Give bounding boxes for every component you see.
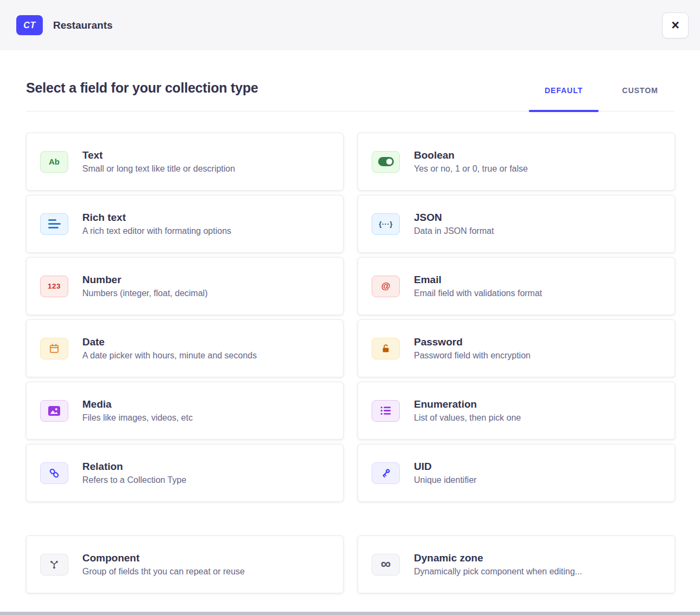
tab-default[interactable]: DEFAULT — [529, 86, 599, 96]
field-card-uid[interactable]: UIDUnique identifier — [358, 444, 675, 502]
field-description: Numbers (integer, float, decimal) — [82, 288, 208, 298]
rich-text-icon-box — [40, 213, 68, 235]
picture-icon — [48, 406, 60, 416]
field-description: Data in JSON format — [414, 226, 494, 236]
field-description: Refers to a Collection Type — [82, 475, 186, 485]
field-title: Relation — [82, 461, 186, 472]
field-card-text: EnumerationList of values, then pick one — [414, 399, 521, 423]
rich-text-lines-icon — [48, 219, 61, 228]
field-card-number[interactable]: 123NumberNumbers (integer, float, decima… — [26, 257, 343, 315]
close-button[interactable]: × — [662, 12, 689, 38]
bullet-list-icon — [380, 406, 391, 415]
field-card-component[interactable]: ComponentGroup of fields tht you can rep… — [26, 535, 343, 593]
field-card-date[interactable]: DateA date picker with hours, minute and… — [26, 319, 343, 377]
field-card-rich-text[interactable]: Rich textA rich text editor with formati… — [26, 195, 343, 253]
uid-icon-box — [372, 462, 400, 484]
field-description: Yes or no, 1 or 0, true or false — [414, 163, 528, 174]
infinity-icon: ∞ — [381, 558, 391, 571]
dynamic-zone-icon-box: ∞ — [372, 554, 400, 575]
close-icon: × — [671, 18, 679, 32]
boolean-icon-box — [372, 151, 400, 173]
field-card-relation[interactable]: RelationRefers to a Collection Type — [26, 444, 343, 502]
media-icon-box — [40, 400, 68, 422]
field-description: Unique identifier — [414, 475, 477, 485]
field-title: JSON — [414, 212, 494, 223]
ab-text-icon: Ab — [49, 158, 60, 166]
relation-icon-box — [40, 462, 68, 484]
date-icon-box — [40, 338, 68, 359]
field-title: Text — [82, 150, 235, 161]
field-card-text: MediaFiles like images, videos, etc — [82, 399, 193, 423]
lock-icon — [380, 343, 391, 354]
field-description: Password field with encryption — [414, 350, 530, 361]
json-icon-box: {···} — [372, 213, 400, 235]
field-card-text: Rich textA rich text editor with formati… — [82, 212, 231, 236]
default-fields-grid: AbTextSmall or long text like title or d… — [26, 133, 675, 502]
field-title: UID — [414, 461, 477, 472]
collection-title: Restaurants — [53, 19, 113, 31]
field-card-text: TextSmall or long text like title or des… — [82, 150, 235, 174]
collection-type-badge: CT — [16, 15, 43, 35]
enumeration-icon-box — [372, 400, 400, 422]
field-description: Dynamically pick component when editing.… — [414, 566, 582, 577]
toggle-on-icon — [378, 157, 394, 166]
field-card-password[interactable]: PasswordPassword field with encryption — [358, 319, 675, 377]
json-braces-icon: {···} — [379, 220, 393, 227]
field-description: List of values, then pick one — [414, 413, 521, 423]
field-card-text: JSONData in JSON format — [414, 212, 494, 236]
key-icon — [380, 467, 392, 479]
tab-custom[interactable]: CUSTOM — [605, 86, 675, 96]
field-title: Date — [82, 337, 257, 348]
field-card-text: ComponentGroup of fields tht you can rep… — [82, 553, 245, 577]
field-description: A rich text editor with formating option… — [82, 226, 231, 236]
field-title: Media — [82, 399, 193, 410]
field-card-boolean[interactable]: BooleanYes or no, 1 or 0, true or false — [358, 133, 675, 191]
field-card-text: UIDUnique identifier — [414, 461, 477, 485]
modal-body: Select a field for your collection type … — [0, 50, 700, 593]
field-card-text[interactable]: AbTextSmall or long text like title or d… — [26, 133, 343, 191]
field-card-dynamic-zone[interactable]: ∞Dynamic zoneDynamically pick component … — [358, 535, 675, 593]
tabs: DEFAULTCUSTOM — [529, 86, 675, 96]
horizontal-scrollbar[interactable] — [0, 612, 700, 615]
title-row: Select a field for your collection type … — [26, 50, 675, 96]
field-card-enumeration[interactable]: EnumerationList of values, then pick one — [358, 382, 675, 440]
email-at-icon: @ — [381, 282, 391, 291]
field-card-email[interactable]: @EmailEmail field with validations forma… — [358, 257, 675, 315]
field-description: A date picker with hours, minute and sec… — [82, 350, 257, 361]
component-icon-box — [40, 554, 68, 575]
collection-type-badge-label: CT — [23, 21, 35, 30]
chain-link-icon — [48, 467, 61, 480]
field-title: Rich text — [82, 212, 231, 223]
field-title: Enumeration — [414, 399, 521, 410]
component-nodes-icon — [49, 559, 60, 570]
field-title: Email — [414, 274, 542, 285]
number-123-icon: 123 — [48, 283, 61, 290]
field-card-json[interactable]: {···}JSONData in JSON format — [358, 195, 675, 253]
field-title: Dynamic zone — [414, 553, 582, 564]
field-card-text: PasswordPassword field with encryption — [414, 337, 530, 361]
field-title: Boolean — [414, 150, 528, 161]
field-card-text: DateA date picker with hours, minute and… — [82, 337, 257, 361]
field-card-text: EmailEmail field with validations format — [414, 274, 542, 298]
calendar-icon — [49, 343, 60, 354]
page-title: Select a field for your collection type — [26, 80, 258, 96]
field-description: Files like images, videos, etc — [82, 413, 193, 423]
email-icon-box: @ — [372, 276, 400, 297]
field-title: Component — [82, 553, 245, 564]
field-card-text: RelationRefers to a Collection Type — [82, 461, 186, 485]
field-description: Group of fields tht you can repeat or re… — [82, 566, 245, 577]
field-description: Small or long text like title or descrip… — [82, 163, 235, 174]
modal-header: CT Restaurants × — [0, 0, 700, 50]
field-card-text: Dynamic zoneDynamically pick component w… — [414, 553, 582, 577]
number-icon-box: 123 — [40, 276, 68, 297]
password-icon-box — [372, 338, 400, 359]
text-icon-box: Ab — [40, 151, 68, 173]
field-card-text: BooleanYes or no, 1 or 0, true or false — [414, 150, 528, 174]
field-card-media[interactable]: MediaFiles like images, videos, etc — [26, 382, 343, 440]
advanced-fields-grid: ComponentGroup of fields tht you can rep… — [26, 535, 675, 593]
field-title: Password — [414, 337, 530, 348]
field-card-text: NumberNumbers (integer, float, decimal) — [82, 274, 208, 298]
field-description: Email field with validations format — [414, 288, 542, 298]
field-title: Number — [82, 274, 208, 285]
